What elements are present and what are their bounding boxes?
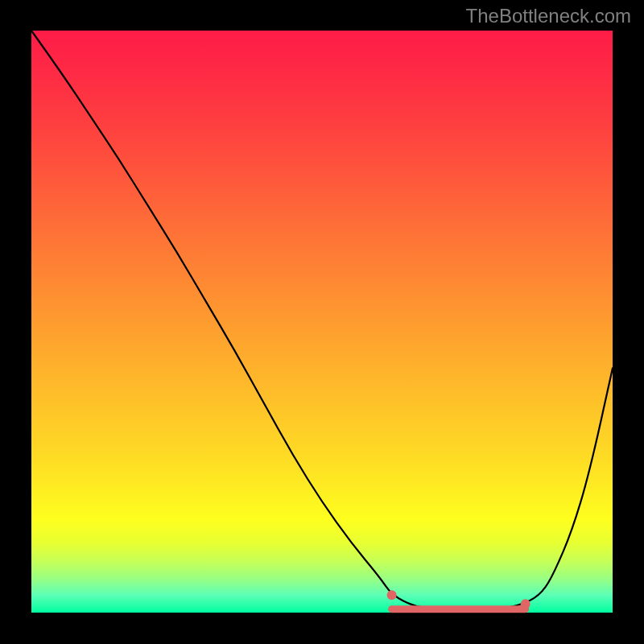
marker-dot-right <box>521 599 530 609</box>
credit-text: TheBottleneck.com <box>466 5 631 27</box>
gradient-background <box>31 31 613 613</box>
marker-dot-left <box>387 590 397 600</box>
chart-stage: TheBottleneck.com <box>0 0 644 644</box>
chart-svg <box>0 0 644 644</box>
